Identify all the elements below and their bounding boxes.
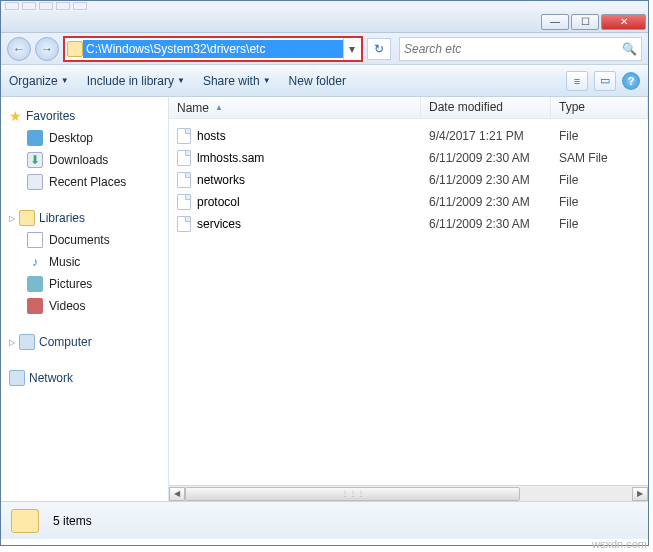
file-row[interactable]: services6/11/2009 2:30 AMFile [169, 213, 648, 235]
file-list: hosts9/4/2017 1:21 PMFilelmhosts.sam6/11… [169, 119, 648, 485]
videos-icon [27, 298, 43, 314]
sidebar-item-documents[interactable]: Documents [5, 229, 164, 251]
desktop-icon [27, 130, 43, 146]
sort-asc-icon: ▲ [215, 103, 223, 112]
titlebar: — ☐ ✕ [1, 11, 648, 33]
new-folder-button[interactable]: New folder [289, 74, 346, 88]
file-date: 6/11/2009 2:30 AM [421, 217, 551, 231]
organize-menu[interactable]: Organize▼ [9, 74, 69, 88]
content-pane: Name▲ Date modified Type hosts9/4/2017 1… [169, 97, 648, 501]
help-button[interactable]: ? [622, 72, 640, 90]
sidebar-item-recent[interactable]: Recent Places [5, 171, 164, 193]
recent-icon [27, 174, 43, 190]
folder-icon [11, 509, 39, 533]
folder-icon [67, 41, 83, 57]
sidebar: ★ Favorites Desktop ⬇Downloads Recent Pl… [1, 97, 169, 501]
address-input[interactable] [83, 40, 343, 58]
close-button[interactable]: ✕ [601, 14, 646, 30]
address-bar-highlight: ▾ [63, 36, 363, 62]
computer-header[interactable]: ▷ Computer [5, 331, 164, 353]
column-type[interactable]: Type [551, 97, 648, 118]
chevron-right-icon: ▷ [9, 338, 15, 347]
preview-pane-button[interactable]: ▭ [594, 71, 616, 91]
sidebar-item-pictures[interactable]: Pictures [5, 273, 164, 295]
column-date[interactable]: Date modified [421, 97, 551, 118]
file-icon [177, 172, 191, 188]
scroll-thumb[interactable]: ⋮⋮⋮ [185, 487, 520, 501]
file-name: lmhosts.sam [197, 151, 264, 165]
search-box[interactable]: 🔍 [399, 37, 642, 61]
column-name[interactable]: Name▲ [169, 97, 421, 118]
sidebar-item-videos[interactable]: Videos [5, 295, 164, 317]
scroll-left-button[interactable]: ◀ [169, 487, 185, 501]
file-date: 6/11/2009 2:30 AM [421, 173, 551, 187]
watermark: wsxdn.com [592, 538, 647, 550]
file-row[interactable]: lmhosts.sam6/11/2009 2:30 AMSAM File [169, 147, 648, 169]
documents-icon [27, 232, 43, 248]
computer-group: ▷ Computer [5, 331, 164, 353]
file-name: protocol [197, 195, 240, 209]
libraries-icon [19, 210, 35, 226]
sidebar-item-music[interactable]: ♪Music [5, 251, 164, 273]
pictures-icon [27, 276, 43, 292]
file-type: File [551, 217, 648, 231]
toolbar: Organize▼ Include in library▼ Share with… [1, 65, 648, 97]
view-options-button[interactable]: ≡ [566, 71, 588, 91]
back-button[interactable]: ← [7, 37, 31, 61]
file-type: File [551, 195, 648, 209]
file-name: networks [197, 173, 245, 187]
horizontal-scrollbar[interactable]: ◀ ⋮⋮⋮ ▶ [169, 485, 648, 501]
column-headers: Name▲ Date modified Type [169, 97, 648, 119]
computer-icon [19, 334, 35, 350]
file-icon [177, 150, 191, 166]
refresh-button[interactable]: ↻ [367, 38, 391, 60]
sidebar-item-desktop[interactable]: Desktop [5, 127, 164, 149]
star-icon: ★ [9, 108, 22, 124]
nav-row: ← → ▾ ↻ 🔍 [1, 33, 648, 65]
file-row[interactable]: protocol6/11/2009 2:30 AMFile [169, 191, 648, 213]
favorites-group: ★ Favorites Desktop ⬇Downloads Recent Pl… [5, 105, 164, 193]
libraries-group: ▷ Libraries Documents ♪Music Pictures Vi… [5, 207, 164, 317]
status-count: 5 items [53, 514, 92, 528]
share-with-menu[interactable]: Share with▼ [203, 74, 271, 88]
status-bar: 5 items [1, 501, 648, 539]
file-icon [177, 194, 191, 210]
forward-button[interactable]: → [35, 37, 59, 61]
file-icon [177, 128, 191, 144]
search-input[interactable] [404, 42, 622, 56]
file-date: 6/11/2009 2:30 AM [421, 151, 551, 165]
network-group: Network [5, 367, 164, 389]
address-dropdown[interactable]: ▾ [343, 38, 359, 60]
background-thumbs [1, 1, 648, 11]
file-row[interactable]: networks6/11/2009 2:30 AMFile [169, 169, 648, 191]
favorites-header[interactable]: ★ Favorites [5, 105, 164, 127]
downloads-icon: ⬇ [27, 152, 43, 168]
file-type: SAM File [551, 151, 648, 165]
file-name: services [197, 217, 241, 231]
explorer-window: — ☐ ✕ ← → ▾ ↻ 🔍 Organize▼ Include in lib… [0, 0, 649, 546]
chevron-right-icon: ▷ [9, 214, 15, 223]
file-type: File [551, 129, 648, 143]
search-icon[interactable]: 🔍 [622, 42, 637, 56]
music-icon: ♪ [27, 254, 43, 270]
minimize-button[interactable]: — [541, 14, 569, 30]
body: ★ Favorites Desktop ⬇Downloads Recent Pl… [1, 97, 648, 501]
file-type: File [551, 173, 648, 187]
file-date: 9/4/2017 1:21 PM [421, 129, 551, 143]
file-date: 6/11/2009 2:30 AM [421, 195, 551, 209]
libraries-header[interactable]: ▷ Libraries [5, 207, 164, 229]
scroll-track[interactable]: ⋮⋮⋮ [185, 487, 632, 501]
network-icon [9, 370, 25, 386]
include-library-menu[interactable]: Include in library▼ [87, 74, 185, 88]
sidebar-item-downloads[interactable]: ⬇Downloads [5, 149, 164, 171]
file-name: hosts [197, 129, 226, 143]
scroll-right-button[interactable]: ▶ [632, 487, 648, 501]
file-icon [177, 216, 191, 232]
maximize-button[interactable]: ☐ [571, 14, 599, 30]
file-row[interactable]: hosts9/4/2017 1:21 PMFile [169, 125, 648, 147]
network-header[interactable]: Network [5, 367, 164, 389]
